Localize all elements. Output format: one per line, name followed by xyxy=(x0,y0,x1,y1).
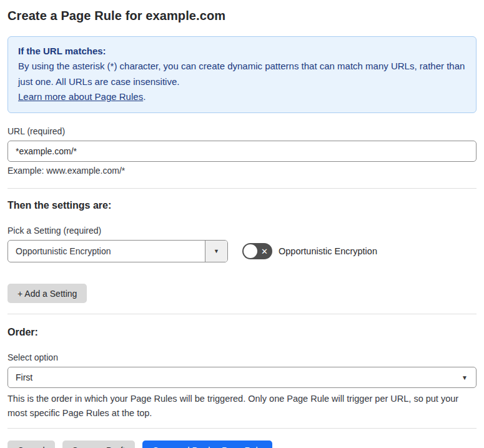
footer-divider xyxy=(7,428,477,429)
setting-select-arrow-button[interactable]: ▼ xyxy=(205,241,227,262)
setting-toggle-wrap: ✕ Opportunistic Encryption xyxy=(242,243,377,259)
save-as-draft-button[interactable]: Save as Draft xyxy=(62,441,136,448)
section-divider xyxy=(7,188,477,189)
chevron-down-icon: ▼ xyxy=(462,374,468,381)
save-and-deploy-button[interactable]: Save and Deploy Page Rule xyxy=(142,441,272,448)
info-box-heading: If the URL matches: xyxy=(18,44,466,59)
setting-toggle-label: Opportunistic Encryption xyxy=(279,246,377,256)
setting-select-value: Opportunistic Encryption xyxy=(8,241,205,262)
page-title: Create a Page Rule for example.com xyxy=(7,9,477,23)
setting-row: Opportunistic Encryption ▼ ✕ Opportunist… xyxy=(7,240,477,262)
info-box-body: By using the asterisk (*) character, you… xyxy=(18,59,466,89)
url-match-info-box: If the URL matches: By using the asteris… xyxy=(7,36,477,113)
pick-setting-label: Pick a Setting (required) xyxy=(7,226,477,236)
chevron-down-icon: ▼ xyxy=(214,248,219,254)
order-help-text: This is the order in which your Page Rul… xyxy=(7,392,477,420)
link-suffix: . xyxy=(143,91,146,102)
url-input[interactable] xyxy=(7,141,477,162)
order-select[interactable]: First ▼ xyxy=(7,367,477,388)
toggle-off-x-icon: ✕ xyxy=(261,247,268,256)
settings-section-heading: Then the settings are: xyxy=(7,200,477,211)
add-setting-button[interactable]: + Add a Setting xyxy=(7,284,87,303)
cancel-button[interactable]: Cancel xyxy=(7,441,55,448)
info-box-link-line: Learn more about Page Rules. xyxy=(18,89,466,104)
setting-select[interactable]: Opportunistic Encryption ▼ xyxy=(7,240,228,262)
order-select-label: Select option xyxy=(7,352,477,362)
toggle-knob xyxy=(244,244,257,258)
opportunistic-encryption-toggle[interactable]: ✕ xyxy=(242,243,272,259)
url-field-label: URL (required) xyxy=(7,126,477,136)
section-divider xyxy=(7,314,477,314)
footer-actions: Cancel Save as Draft Save and Deploy Pag… xyxy=(7,441,477,448)
learn-more-link[interactable]: Learn more about Page Rules xyxy=(18,91,143,102)
order-select-value: First xyxy=(16,372,32,382)
url-example-text: Example: www.example.com/* xyxy=(7,166,477,176)
order-section-heading: Order: xyxy=(7,327,477,338)
